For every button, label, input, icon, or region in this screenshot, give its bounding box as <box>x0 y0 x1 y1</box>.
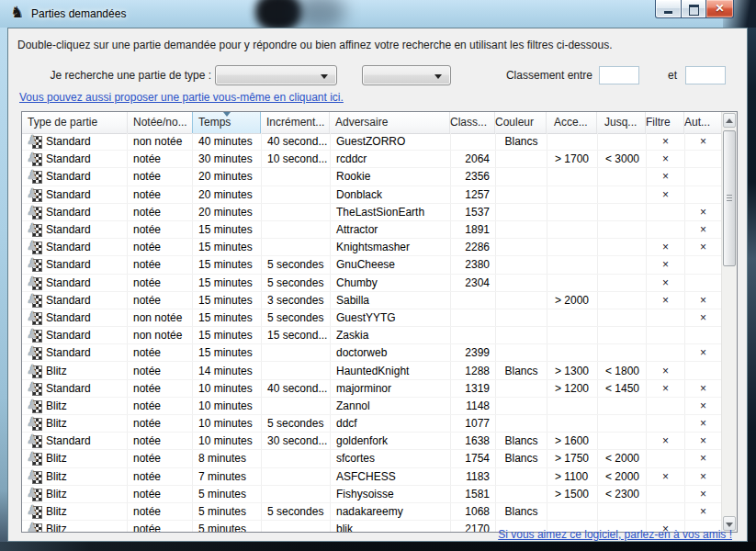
cell-rated: notée <box>128 450 193 467</box>
cell-until: < 1450 <box>598 380 647 397</box>
arrow-up-icon <box>726 118 733 123</box>
game-type-text: Blitz <box>46 523 67 532</box>
cell-time: 14 minutes <box>193 362 262 378</box>
cell-rating: 1891 <box>451 221 496 238</box>
cell-rated: notée <box>128 256 193 273</box>
table-body: ♟Standardnon notée40 minutes40 second...… <box>22 133 721 532</box>
propose-game-link[interactable]: Vous pouvez aussi proposer une partie vo… <box>19 91 344 104</box>
cell-rating <box>451 327 496 343</box>
cell-adversary: Donblack <box>331 186 451 203</box>
column-header-auto[interactable]: Aut... <box>684 112 720 133</box>
table-row[interactable]: ♟Standardnotée15 minutesKnightsmasher228… <box>22 239 721 256</box>
game-type-text: Blitz <box>46 417 67 430</box>
scrollbar-thumb[interactable] <box>723 130 736 266</box>
close-button[interactable]: ✕ <box>705 0 734 18</box>
table-row[interactable]: ♟Standardnotée20 minutesTheLastSionEarth… <box>22 204 721 221</box>
table-row[interactable]: ♟Standardnotée10 minutes30 second...gold… <box>22 433 721 450</box>
share-with-friends-link[interactable]: Si vous aimez ce logiciel, parlez-en à v… <box>498 528 732 541</box>
table-row[interactable]: ♟Standardnotée15 minutesAttractor1891× <box>22 221 721 239</box>
column-header-increment[interactable]: Incrément... <box>261 112 330 133</box>
game-type-text: Standard <box>46 152 91 165</box>
column-header-rated[interactable]: Notée/no... <box>128 112 193 133</box>
cell-auto: × <box>685 309 721 326</box>
cell-rated: notée <box>128 221 193 238</box>
cell-rated: notée <box>128 415 193 432</box>
table-row[interactable]: ♟Blitznotée14 minutesHauntedKnight1288Bl… <box>22 362 721 379</box>
cell-adversary: HauntedKnight <box>331 362 451 378</box>
table-row[interactable]: ♟Blitznotée7 minutesASFCHESS1183> 1100< … <box>22 468 721 486</box>
cell-until: < 3000 <box>598 151 647 167</box>
rating-max-input[interactable] <box>685 66 726 84</box>
minimize-icon <box>664 11 672 14</box>
rating-min-input[interactable] <box>599 66 639 84</box>
cell-increment: 5 secondes <box>262 309 331 326</box>
cell-type: ♟Standard <box>22 168 128 185</box>
cell-until <box>598 275 647 291</box>
table-row[interactable]: ♟Blitznotée10 minutesZannol1148× <box>22 398 721 415</box>
table-row[interactable]: ♟Blitznotée5 minutes5 secondesnadakareem… <box>22 503 721 521</box>
maximize-button[interactable] <box>681 0 706 18</box>
table-row[interactable]: ♟Standardnotée15 minutes3 secondesSabill… <box>22 292 721 309</box>
cell-adversary: GuestYYTG <box>331 309 451 326</box>
cell-until <box>598 415 647 432</box>
table-row[interactable]: ♟Standardnotée20 minutesRookie2356× <box>22 168 721 186</box>
table-row[interactable]: ♟Standardnotée15 minutes5 secondesChumby… <box>22 275 721 292</box>
table-row[interactable]: ♟Standardnotée30 minutes10 second...rcdd… <box>22 151 721 168</box>
cell-rated: notée <box>128 398 193 414</box>
column-header-adversary[interactable]: Adversaire <box>330 112 450 133</box>
table-row[interactable]: ♟Standardnon notée15 minutes5 secondesGu… <box>22 309 721 327</box>
titlebar[interactable]: ♞ Parties demandées ✕ <box>0 0 756 28</box>
table-row[interactable]: ♟Standardnotée15 minutes5 secondesGnuChe… <box>22 256 721 274</box>
cell-color <box>496 468 547 485</box>
cell-rated: notée <box>128 380 193 397</box>
cell-time: 15 minutes <box>193 327 262 343</box>
cell-auto: × <box>685 433 721 449</box>
pawn-checkerboard-icon: ♟ <box>28 470 43 483</box>
cell-rating: 1148 <box>451 398 496 414</box>
cell-rating: 2356 <box>451 168 496 185</box>
table-row[interactable]: ♟Blitznotée8 minutessfcortes1754Blancs> … <box>22 450 721 467</box>
pawn-checkerboard-icon: ♟ <box>28 399 43 412</box>
cell-auto: × <box>685 239 721 255</box>
column-header-until[interactable]: Jusq... <box>597 112 646 133</box>
seeks-list: Type de partieNotée/no...TempsIncrément.… <box>21 111 738 533</box>
cell-color <box>496 292 547 309</box>
cell-color: Blancs <box>496 503 547 520</box>
minimize-button[interactable] <box>655 0 682 18</box>
cell-until <box>598 327 647 343</box>
cell-accept <box>547 186 598 203</box>
table-row[interactable]: ♟Standardnotée15 minutesdoctorweb2399× <box>22 344 721 362</box>
cell-adversary: TheLastSionEarth <box>331 204 451 220</box>
table-row[interactable]: ♟Standardnon notée40 minutes40 second...… <box>22 133 721 151</box>
column-header-filter[interactable]: Filtre <box>646 112 684 133</box>
cell-until: < 2000 <box>598 450 647 467</box>
close-icon: ✕ <box>706 2 733 15</box>
cell-filter: × <box>647 362 685 378</box>
cell-rated: notée <box>128 344 193 361</box>
column-header-accept[interactable]: Acce... <box>547 112 597 133</box>
cell-adversary: Attractor <box>331 221 451 238</box>
scroll-up-button[interactable] <box>723 113 736 128</box>
table-row[interactable]: ♟Blitznotée10 minutes5 secondesddcf1077× <box>22 415 721 433</box>
table-row[interactable]: ♟Standardnotée10 minutes40 second...majo… <box>22 380 721 398</box>
cell-rating: 2380 <box>451 256 496 273</box>
table-row[interactable]: ♟Blitznotée5 minutesFishysoisse1581> 150… <box>22 486 721 503</box>
pawn-checkerboard-icon: ♟ <box>28 241 43 253</box>
cell-increment <box>262 168 331 185</box>
column-header-time[interactable]: Temps <box>192 112 261 133</box>
pawn-checkerboard-icon: ♟ <box>28 258 43 271</box>
cell-auto: × <box>685 415 721 432</box>
cell-type: ♟Standard <box>22 239 128 255</box>
vertical-scrollbar[interactable] <box>721 112 737 532</box>
column-header-color[interactable]: Couleur <box>495 112 547 133</box>
table-row[interactable]: ♟Standardnotée20 minutesDonblack1257× <box>22 186 721 204</box>
table-row[interactable]: ♟Standardnon notée15 minutes15 second...… <box>22 327 721 344</box>
cell-accept: > 1750 <box>547 450 598 467</box>
cell-rated: notée <box>128 275 193 291</box>
cell-adversary: nadakareemy <box>331 503 451 520</box>
column-header-type[interactable]: Type de partie <box>22 112 128 133</box>
background-blur-shadow <box>292 0 345 29</box>
column-header-rating[interactable]: Class... <box>450 112 495 133</box>
game-type-dropdown[interactable] <box>215 65 337 85</box>
time-dropdown[interactable] <box>362 65 451 85</box>
